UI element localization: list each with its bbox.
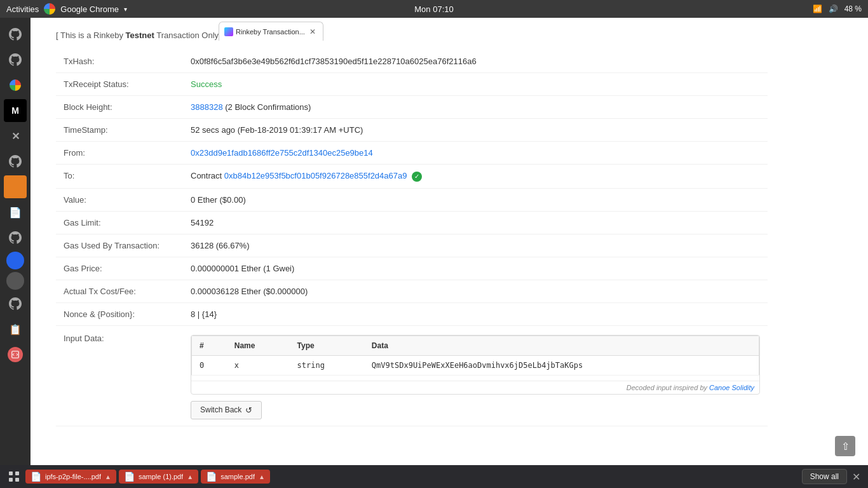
row-value: Value: 0 Ether ($0.00) [56,188,768,211]
taskbar-file-2[interactable]: 📄 sample (1).pdf ▲ [119,470,198,484]
col-data: Data [364,336,759,355]
to-contract-link[interactable]: 0xb84b12e953f5bcf01b05f926728e855f2d4a67… [224,171,407,180]
battery-label: 48 % [844,4,862,13]
to-contract-prefix: Contract [191,171,224,180]
sidebar-icon-x[interactable]: ✕ [4,125,27,147]
sidebar-icon-orange[interactable] [4,175,27,198]
sidebar-icon-circle1[interactable] [6,272,24,290]
block-value: 3888328 (2 Block Confirmations) [183,96,768,119]
topbar-left: Activities Google Chrome ▾ [6,3,127,15]
gas-price-value: 0.000000001 Ether (1 Gwei) [183,257,768,280]
main-content-area: [ This is a Rinkeby Testnet Transaction … [31,18,868,465]
svg-rect-4 [15,478,19,482]
to-label: To: [56,165,183,189]
row-gas-used: Gas Used By Transaction: 36128 (66.67%) [56,234,768,257]
sidebar-icon-gh4[interactable] [4,226,27,249]
col-hash: # [192,336,227,355]
sidebar-icon-doc2[interactable]: 📋 [4,318,27,341]
active-tab-close[interactable]: ✕ [308,27,318,37]
file-chevron-3[interactable]: ▲ [259,473,265,480]
file-chevron-2[interactable]: ▲ [187,473,193,480]
file-name-1: ipfs-p2p-file-....pdf [45,473,101,480]
row-nonce: Nonce & {Position}: 8 | {14} [56,302,768,325]
gas-used-value: 36128 (66.67%) [183,234,768,257]
row-timestamp: TimeStamp: 52 secs ago (Feb-18-2019 01:3… [56,119,768,142]
row-input: Input Data: # Name Type Data [56,325,768,426]
sidebar-icon-medium[interactable]: M [4,99,27,122]
input-table-row: 0xstringQmV9tSDx9UiPeWExXEeH6aoDvmihvx6j… [192,355,759,375]
input-data-container: # Name Type Data 0xstringQmV9tSDx9UiPeWE… [191,335,760,395]
file-name-2: sample (1).pdf [139,473,183,480]
sidebar-icon-gh3[interactable] [4,150,27,173]
wifi-icon: 📶 [813,4,822,13]
input-label: Input Data: [56,325,183,426]
input-cell-data: QmV9tSDx9UiPeWExXEeH6aoDvmihvx6jD5eLb4jb… [364,355,759,375]
active-tab-label: Rinkeby Transaction... [236,28,305,36]
tab-active-etherscan[interactable]: Rinkeby Transaction... ✕ [219,22,323,41]
apps-grid-button[interactable] [5,468,23,485]
from-address-link[interactable]: 0x23dd9e1fadb1686ff2e755c2df1340ec25e9be… [191,148,373,158]
taskbar-file-1[interactable]: 📄 ipfs-p2p-file-....pdf ▲ [25,470,116,484]
sidebar-icon-github2[interactable] [4,48,27,71]
block-confirmations: (2 Block Confirmations) [223,102,311,112]
svg-rect-3 [9,478,13,482]
sound-icon: 🔊 [829,4,838,13]
col-type: Type [290,336,364,355]
show-all-button[interactable]: Show all [802,469,847,484]
sidebar-icon-file[interactable]: 📄 [4,201,27,224]
timestamp-label: TimeStamp: [56,119,183,142]
os-topbar: Activities Google Chrome ▾ Mon 07:10 📶 🔊… [0,0,868,18]
taskbar: 📄 ipfs-p2p-file-....pdf ▲ 📄 sample (1).p… [0,465,868,488]
row-txhash: TxHash: 0x0f8f6c5af3b6e3e49b562f6d1cf738… [56,50,768,73]
row-actual-cost: Actual Tx Cost/Fee: 0.000036128 Ether ($… [56,280,768,302]
canoe-link[interactable]: Canoe Solidity [709,384,754,391]
file-chevron-1[interactable]: ▲ [105,473,111,480]
receipt-value: Success [183,73,768,96]
from-label: From: [56,142,183,165]
footer-prefix: Decoded input inspired by [627,384,709,391]
switch-back-container: Switch Back ↺ [191,401,760,419]
value-label: Value: [56,188,183,211]
input-value: # Name Type Data 0xstringQmV9tSDx9UiPeWE… [183,325,768,426]
actual-cost-label: Actual Tx Cost/Fee: [56,280,183,302]
tx-details-table: TxHash: 0x0f8f6c5af3b6e3e49b562f6d1cf738… [56,50,768,426]
sidebar-icon-dev[interactable] [4,343,27,366]
chrome-icon [44,3,55,15]
row-to: To: Contract 0xb84b12e953f5bcf01b05f9267… [56,165,768,189]
pdf-icon-2: 📄 [124,471,135,482]
sidebar-dev-icon [8,347,23,362]
input-decoded-table: # Name Type Data 0xstringQmV9tSDx9UiPeWE… [191,336,759,376]
block-height-link[interactable]: 3888328 [191,102,223,112]
row-gas-price: Gas Price: 0.000000001 Ether (1 Gwei) [56,257,768,280]
app-name-label[interactable]: Google Chrome [60,4,119,14]
gas-limit-label: Gas Limit: [56,211,183,234]
taskbar-file-3[interactable]: 📄 sample.pdf ▲ [201,470,270,484]
rinkeby-notice: [ This is a Rinkeby Testnet Transaction … [56,30,768,40]
block-label: Block Height: [56,96,183,119]
notice-suffix: Transaction Only ] [154,30,223,40]
sidebar-icon-gh5[interactable] [4,292,27,315]
svg-rect-1 [9,471,13,475]
svg-rect-2 [15,471,19,475]
sidebar-icon-google[interactable] [4,74,27,97]
actual-cost-value: 0.000036128 Ether ($0.000000) [183,280,768,302]
activities-label[interactable]: Activities [6,4,39,14]
taskbar-close-button[interactable]: ✕ [850,471,863,483]
sidebar-icon-ipfs[interactable] [6,252,24,269]
file-name-3: sample.pdf [220,473,255,480]
gas-limit-value: 54192 [183,211,768,234]
switch-back-button[interactable]: Switch Back ↺ [191,401,262,419]
input-cell-type: string [290,355,364,375]
row-block: Block Height: 3888328 (2 Block Confirmat… [56,96,768,119]
topbar-right: 📶 🔊 48 % [813,4,862,13]
gas-price-label: Gas Price: [56,257,183,280]
txhash-value: 0x0f8f6c5af3b6e3e49b562f6d1cf73853190ed5… [183,50,768,73]
row-gas-limit: Gas Limit: 54192 [56,211,768,234]
nonce-label: Nonce & {Position}: [56,302,183,325]
verified-icon: ✓ [412,172,422,182]
nonce-value: 8 | {14} [183,302,768,325]
scroll-to-top-button[interactable]: ⇧ [835,436,855,456]
sidebar-icon-github[interactable] [4,23,27,46]
taskbar-files-area: 📄 ipfs-p2p-file-....pdf ▲ 📄 sample (1).p… [25,470,799,484]
app-menu-chevron[interactable]: ▾ [124,6,127,13]
